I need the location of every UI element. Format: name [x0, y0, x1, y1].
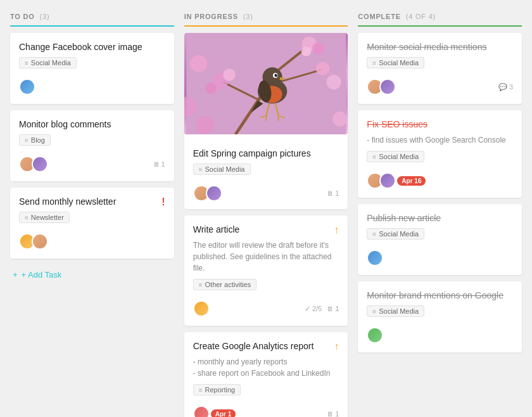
column-header-complete: COMPLETE (4 of 4) — [358, 13, 522, 27]
column-title-todo: TO DO (3) — [10, 13, 49, 20]
svg-point-13 — [326, 75, 341, 89]
avatar — [367, 250, 383, 266]
card-title-todo-1: Change Facebook cover image — [19, 42, 165, 52]
avatar — [32, 156, 48, 172]
column-inprogress: IN PROGRESS (3) — [184, 13, 348, 417]
card-ip-3: Create Google Analytics report ↑ - month… — [184, 332, 348, 417]
avatars-todo-2 — [19, 156, 48, 172]
tasks-icon: ✓ — [305, 304, 311, 313]
card-footer-c-3 — [367, 250, 513, 266]
meta-c-1: 💬 3 — [498, 83, 513, 91]
card-c-3: Publish new article ≡ Social Media — [358, 204, 522, 275]
tag-icon: ≡ — [372, 60, 376, 67]
avatars-c-3 — [367, 250, 383, 266]
card-tag-c-1: ≡ Social Media — [367, 57, 424, 68]
card-c-1: Monitor social media mentions ≡ Social M… — [358, 33, 522, 104]
card-title-ip-3: Create Google Analytics report — [193, 341, 314, 351]
add-task-todo[interactable]: + + Add Task — [10, 265, 174, 285]
avatars-c-1 — [367, 79, 396, 95]
svg-point-7 — [301, 46, 311, 56]
tag-icon: ≡ — [25, 214, 28, 221]
file-icon: 🗎 — [327, 305, 334, 312]
file-count: 🗎 1 — [327, 410, 339, 417]
meta-ip-3: 🗎 1 — [327, 410, 339, 417]
card-desc-c-2: - find issues with Google Search Console — [367, 134, 513, 146]
task-count: ✓ 2/5 — [305, 304, 322, 313]
card-footer-todo-2: 🗎 1 — [19, 156, 165, 172]
card-title-todo-3: Send monthly newsletter — [19, 196, 116, 207]
card-title-ip-1: Edit Spring campaign pictures — [193, 148, 339, 158]
card-tag-ip-3: ≡ Reporting — [193, 384, 241, 395]
avatar — [193, 300, 210, 317]
file-icon: 🗎 — [327, 189, 334, 197]
card-ip-1: Edit Spring campaign pictures ≡ Social M… — [184, 33, 348, 209]
card-footer-ip-2: ✓ 2/5 🗎 1 — [193, 300, 339, 317]
card-tag-ip-2: ≡ Other activities — [193, 279, 257, 290]
card-image-ip-1 — [184, 33, 348, 134]
card-footer-c-1: 💬 3 — [367, 79, 513, 95]
comment-icon: 💬 — [498, 83, 507, 91]
column-title-complete: COMPLETE (4 of 4) — [358, 13, 436, 20]
card-tag-todo-3: ≡ Newsletter — [19, 212, 70, 223]
avatar — [206, 185, 222, 202]
svg-point-6 — [312, 42, 324, 55]
card-title-ip-2: Write article — [193, 224, 240, 234]
tag-icon: ≡ — [199, 281, 203, 288]
due-badge-ip-3: Apr 1 — [211, 409, 236, 418]
card-desc-ip-2: The editor will review the draft before … — [193, 240, 339, 274]
tag-icon: ≡ — [372, 231, 376, 238]
card-tag-c-2: ≡ Social Media — [367, 151, 424, 162]
svg-point-8 — [316, 62, 329, 75]
avatars-todo-1 — [19, 79, 35, 95]
priority-icon-ip-3: ↑ — [334, 341, 339, 356]
file-count: 🗎 1 — [327, 189, 339, 197]
avatars-ip-1 — [193, 185, 222, 202]
tag-icon: ≡ — [25, 60, 28, 67]
avatar — [379, 79, 396, 95]
column-header-inprogress: IN PROGRESS (3) — [184, 13, 348, 27]
tag-icon: ≡ — [25, 137, 28, 144]
card-c-2: Fix SEO issues - find issues with Google… — [358, 110, 522, 198]
card-desc-ip-3: - monthly and yearly reports- share repo… — [193, 356, 339, 379]
priority-icon-ip-2: ↑ — [334, 224, 339, 240]
card-todo-2: Monitor blog comments ≡ Blog 🗎 1 — [10, 110, 174, 181]
plus-icon: + — [13, 270, 18, 279]
avatar — [19, 79, 35, 95]
kanban-board: TO DO (3) Change Facebook cover image ≡ … — [0, 0, 532, 417]
svg-point-21 — [274, 74, 277, 77]
card-footer-c-2: Apr 16 — [367, 172, 513, 189]
avatar — [379, 172, 396, 189]
svg-point-11 — [205, 83, 216, 94]
card-footer-ip-3: Apr 1 🗎 1 — [193, 406, 339, 417]
card-content-ip-1: Edit Spring campaign pictures ≡ Social M… — [184, 141, 348, 209]
avatars-c-2: Apr 16 — [367, 172, 426, 189]
card-tag-todo-1: ≡ Social Media — [19, 57, 77, 68]
avatars-c-4 — [367, 327, 383, 343]
bird-image — [184, 33, 348, 134]
avatar — [32, 233, 48, 250]
card-ip-2: Write article ↑ The editor will review t… — [184, 215, 348, 326]
card-footer-ip-1: 🗎 1 — [193, 185, 339, 202]
avatar — [193, 406, 210, 417]
card-title-c-4: Monitor brand mentions on Google — [367, 290, 513, 300]
tag-icon: ≡ — [372, 308, 376, 315]
tag-icon: ≡ — [199, 387, 203, 394]
card-tag-c-3: ≡ Social Media — [367, 228, 424, 240]
card-tag-ip-1: ≡ Social Media — [193, 164, 251, 175]
meta-todo-2: 🗎 1 — [153, 160, 165, 168]
card-tag-todo-2: ≡ Blog — [19, 134, 51, 146]
column-title-inprogress: IN PROGRESS (3) — [184, 13, 253, 20]
svg-point-15 — [332, 112, 347, 126]
card-todo-1: Change Facebook cover image ≡ Social Med… — [10, 33, 174, 104]
file-icon: 🗎 — [153, 160, 160, 168]
column-todo: TO DO (3) Change Facebook cover image ≡ … — [10, 13, 174, 285]
avatars-todo-3 — [19, 233, 48, 250]
card-footer-todo-3 — [19, 233, 165, 250]
meta-ip-2: ✓ 2/5 🗎 1 — [305, 304, 339, 313]
meta-ip-1: 🗎 1 — [327, 189, 339, 197]
svg-point-10 — [223, 68, 235, 80]
svg-point-14 — [195, 116, 213, 134]
file-icon: 🗎 — [327, 410, 334, 417]
card-tag-c-4: ≡ Social Media — [367, 305, 424, 317]
column-complete: COMPLETE (4 of 4) Monitor social media m… — [358, 13, 522, 359]
